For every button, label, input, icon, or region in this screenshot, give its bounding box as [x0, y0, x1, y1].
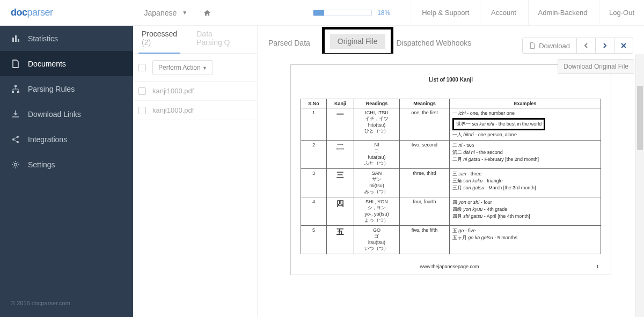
next-button[interactable] — [595, 38, 614, 54]
prev-button[interactable] — [576, 38, 596, 54]
download-original-button[interactable]: Download Original File — [558, 59, 634, 74]
file-checkbox[interactable] — [138, 107, 146, 114]
sidebar-item-integrations[interactable]: Integrations — [0, 127, 133, 152]
tab-original-file[interactable]: Original File — [322, 27, 393, 56]
svg-rect-0 — [12, 38, 14, 42]
sidebar-label: Statistics — [28, 34, 58, 43]
gear-icon — [11, 160, 20, 169]
caret-down-icon: ▼ — [202, 65, 207, 71]
sitemap-icon — [11, 85, 20, 93]
vertical-scrollbar[interactable] — [635, 54, 644, 317]
file-name: kanji1000.pdf — [152, 106, 194, 114]
download-button[interactable]: Download — [522, 38, 577, 54]
tab-parsed-data[interactable]: Parsed Data — [268, 32, 319, 54]
tab-parsing-queue[interactable]: Data Parsing Q — [193, 23, 239, 53]
svg-point-9 — [14, 163, 17, 166]
progress-text: 18% — [377, 9, 390, 17]
doc-footer-site: www.thejapanesepage.com — [420, 264, 479, 269]
svg-point-7 — [12, 138, 14, 141]
file-row[interactable]: kanji1000.pdf — [133, 101, 257, 120]
sidebar-label: Download Links — [28, 110, 81, 119]
sidebar-footer: © 2016 docparser.com — [0, 289, 133, 317]
nav-help[interactable]: Help & Support — [412, 0, 479, 26]
bar-chart-icon — [11, 34, 20, 43]
nav-logout[interactable]: Log-Out — [599, 0, 644, 26]
svg-rect-4 — [12, 91, 14, 93]
svg-rect-5 — [17, 91, 19, 93]
select-all-checkbox[interactable] — [138, 64, 146, 71]
document-viewer: Download Original File List of 1000 Kanj… — [258, 54, 644, 317]
nav-account[interactable]: Account — [481, 0, 526, 26]
doc-footer-page: 1 — [596, 264, 599, 269]
sidebar-item-parsing-rules[interactable]: Parsing Rules — [0, 76, 133, 101]
sidebar: Statistics Documents Parsing Rules Downl… — [0, 26, 133, 317]
doc-title: List of 1000 Kanji — [301, 77, 601, 83]
tab-processed[interactable]: Processed (2) — [138, 23, 180, 53]
perform-action-dropdown[interactable]: Perform Action ▼ — [152, 60, 213, 75]
progress-indicator: 18% — [313, 9, 412, 17]
svg-point-6 — [17, 136, 19, 138]
nav-links: Help & Support Account Admin-Backend Log… — [412, 0, 644, 26]
toolbar: Download — [522, 38, 633, 54]
sidebar-label: Documents — [28, 60, 66, 68]
sidebar-item-settings[interactable]: Settings — [0, 152, 133, 177]
sidebar-label: Integrations — [28, 135, 67, 144]
tab-dispatched-webhooks[interactable]: Dispatched Webhooks — [397, 32, 480, 54]
sidebar-label: Settings — [28, 160, 55, 169]
sidebar-item-documents[interactable]: Documents — [0, 51, 133, 76]
content-panel: Parsed Data Original File Dispatched Web… — [258, 26, 644, 317]
svg-point-8 — [17, 141, 19, 143]
file-checkbox[interactable] — [138, 87, 146, 95]
share-icon — [11, 135, 20, 144]
sidebar-label: Parsing Rules — [28, 85, 75, 93]
file-row[interactable]: kanji1000.pdf — [133, 82, 257, 101]
file-list-panel: Processed (2) Data Parsing Q Perform Act… — [133, 26, 258, 317]
file-name: kanji1000.pdf — [152, 87, 194, 95]
sidebar-item-statistics[interactable]: Statistics — [0, 26, 133, 51]
page-preview: List of 1000 Kanji S.NoKanjiReadingsMean… — [290, 64, 611, 275]
sidebar-item-download-links[interactable]: Download Links — [0, 101, 133, 127]
logo[interactable]: docparser — [0, 7, 64, 18]
download-icon — [11, 110, 20, 119]
svg-rect-1 — [15, 35, 17, 42]
home-icon[interactable] — [203, 9, 211, 17]
close-button[interactable] — [614, 38, 633, 54]
progress-bar — [313, 10, 372, 16]
svg-rect-3 — [14, 85, 17, 87]
kanji-table: S.NoKanjiReadingsMeaningsExamples 1一ICHI… — [301, 99, 601, 254]
nav-admin[interactable]: Admin-Backend — [528, 0, 597, 26]
document-icon — [11, 60, 20, 68]
svg-rect-2 — [18, 39, 19, 42]
caret-down-icon[interactable]: ▼ — [182, 10, 187, 16]
breadcrumb[interactable]: Japanese — [64, 9, 177, 17]
top-nav: docparser Japanese ▼ 18% Help & Support … — [0, 0, 644, 26]
